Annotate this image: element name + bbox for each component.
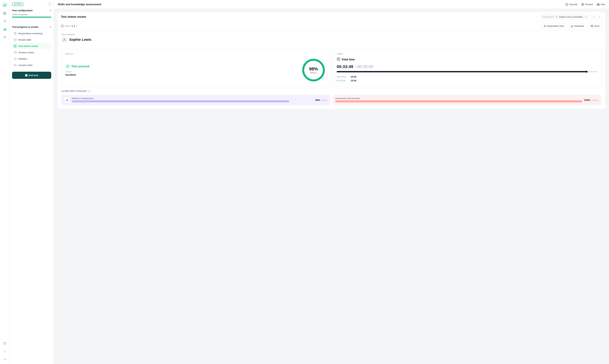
settings-icon[interactable] (2, 35, 7, 40)
grade-label: Grade (65, 70, 297, 73)
time-details: Start time 10:00 End time 10:34 (337, 76, 597, 82)
timer-card-label: TIMER (337, 53, 597, 55)
score-category-section: SCORE PER CATEGORY (2) (58, 90, 605, 109)
sub-toolbar: Dates 1, 2 ▾ Respondent view (58, 22, 605, 30)
end-test-label: End test (29, 74, 38, 77)
test-config-toggle[interactable]: Test configuration ▾ (12, 9, 51, 12)
time-progress-dot (586, 71, 588, 73)
clock-icon (337, 57, 340, 62)
progress-text: 100% completed (12, 13, 51, 16)
logo (2, 2, 8, 8)
svg-rect-42 (571, 26, 573, 27)
sidebar: ACTIVE i Test configuration ▾ 100% compl… (10, 0, 54, 364)
end-test-button[interactable]: End test (12, 72, 51, 79)
progress-bar-fill (12, 17, 51, 18)
score-count: (2) (88, 90, 91, 92)
test-passed-text: Test passed (71, 65, 89, 68)
preview-button[interactable]: Preview (581, 3, 593, 6)
sidebar-item-unused-codes[interactable]: Unused codes (12, 62, 51, 68)
svg-rect-25 (14, 65, 16, 66)
status-badge: ACTIVE (12, 2, 23, 6)
sidebar-label-unused-codes: Unused codes (18, 64, 33, 66)
nav-arrows: ‹ › (591, 14, 602, 19)
category-chart-icon (64, 97, 70, 103)
svg-point-9 (4, 37, 5, 38)
main-content: Skills and knowledge assessment Test inf… (54, 0, 609, 364)
sidebar-item-answers-review[interactable]: Answers review (12, 50, 51, 55)
expand-icon[interactable] (2, 357, 7, 362)
calendar-icon (61, 25, 64, 27)
svg-point-26 (14, 65, 15, 65)
sidebar-label-answers-review: Answers review (18, 51, 34, 54)
respondent-selector[interactable]: Respondent Sophie Lewis (s.lewis@te... ▾ (541, 14, 589, 19)
respondent-view-button[interactable]: Respondent view (541, 23, 567, 29)
test-config-title: Test configuration (12, 9, 33, 12)
dates-value: 1, 2 (72, 25, 75, 27)
progress-results-title: Test progress & results (12, 26, 38, 28)
test-info-label: Test info (569, 3, 577, 6)
next-respondent-button[interactable]: › (597, 14, 602, 19)
sheet-icon (14, 45, 17, 48)
cards-row: RESULT Test passed (58, 46, 605, 90)
sidebar-header: ACTIVE i (12, 2, 51, 6)
end-time-value: 10:34 (351, 79, 356, 82)
check-square-icon (14, 51, 17, 54)
time-total: 00:35:00 (357, 64, 373, 69)
info-icon (565, 3, 568, 6)
users-icon[interactable] (2, 19, 7, 24)
info-circle-icon[interactable]: i (48, 3, 51, 6)
progress-results-chevron: ▴ (50, 25, 51, 28)
time-progress-bar (337, 71, 597, 72)
svg-rect-7 (4, 29, 5, 30)
test-passed-row: Test passed (65, 64, 297, 68)
sidebar-label-respondents-monitoring: Respondents monitoring (18, 32, 42, 35)
svg-rect-34 (597, 3, 599, 4)
respondent-section-label: RESPONDENT (62, 34, 601, 36)
dashboard-icon[interactable] (2, 11, 7, 16)
operating-procedures-name: OPERATING PROCEDURES (335, 98, 582, 99)
svg-rect-16 (14, 39, 16, 41)
svg-rect-23 (14, 52, 16, 54)
test-info-button[interactable]: Test info (565, 3, 577, 6)
svg-rect-43 (591, 25, 593, 27)
time-current: 00:33:49 (337, 64, 353, 69)
print-icon (597, 3, 600, 6)
sidebar-item-respondents-monitoring[interactable]: Respondents monitoring (12, 30, 51, 37)
circle-points: 49/50 p. (309, 72, 318, 74)
svg-point-0 (2, 2, 7, 8)
dates-label: Dates (65, 25, 71, 27)
preview-icon (581, 3, 584, 6)
start-time-value: 10:00 (351, 76, 356, 78)
svg-rect-37 (61, 25, 64, 27)
progress-results-section: Test progress & results ▴ Respondents mo… (12, 25, 51, 68)
timer-card: TIMER Total time 00:33:49 (333, 49, 601, 87)
person-icon (544, 25, 546, 27)
sidebar-item-test-sheets-review[interactable]: Test sheets review (12, 43, 51, 49)
sidebar-item-statistics[interactable]: Statistics (12, 56, 51, 62)
prev-respondent-button[interactable]: ‹ (591, 14, 596, 19)
dates-chevron-icon: ▾ (76, 25, 77, 27)
sidebar-item-results-table[interactable]: Results table (12, 37, 51, 43)
help-icon[interactable] (2, 341, 7, 346)
dates-selector[interactable]: Dates 1, 2 ▾ (61, 25, 77, 27)
back-icon[interactable] (2, 349, 7, 354)
end-time-label: End time (337, 79, 349, 82)
content-area: Test sheets review Respondent Sophie Lew… (54, 9, 609, 364)
result-content: Test passed Grade Excellent (65, 57, 326, 83)
table-icon (14, 38, 17, 41)
svg-rect-4 (5, 13, 6, 14)
sidebar-divider (12, 23, 51, 23)
send-button[interactable]: Send (588, 23, 602, 29)
print-button[interactable]: Print (597, 3, 605, 6)
svg-point-13 (15, 33, 16, 34)
analytics-icon[interactable] (2, 27, 7, 32)
svg-point-15 (15, 35, 15, 35)
progress-results-toggle[interactable]: Test progress & results ▴ (12, 25, 51, 28)
respondent-selector-value: Sophie Lewis (s.lewis@te... (559, 16, 584, 18)
icon-nav (0, 0, 10, 364)
svg-rect-1 (3, 12, 5, 13)
send-icon (591, 25, 593, 27)
svg-rect-8 (5, 28, 6, 30)
download-button[interactable]: Download (568, 23, 587, 29)
respondent-avatar (62, 37, 67, 42)
